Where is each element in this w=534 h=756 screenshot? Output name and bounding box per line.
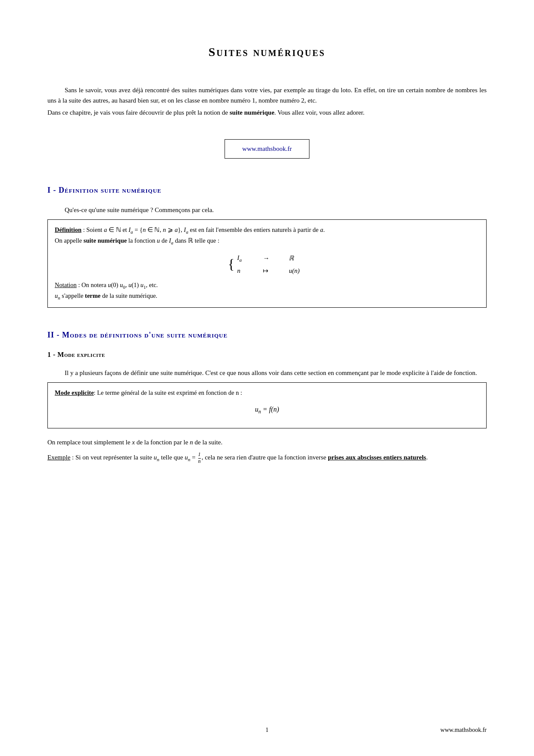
example-para: Exemple : Si on veut représenter la suit… xyxy=(47,452,487,464)
fraction-1n: 1n xyxy=(198,452,201,464)
section2-heading: II - Modes de définitions d'une suite nu… xyxy=(47,329,487,341)
mode-text: Mode explicite: Le terme général de la s… xyxy=(55,388,479,398)
section1-intro: Qu'es-ce qu'une suite numérique ? Commen… xyxy=(47,205,487,215)
line2-mapsto: ↦ xyxy=(263,266,280,276)
subsection1-heading: 1 - Mode explicite xyxy=(47,350,487,360)
section2: II - Modes de définitions d'une suite nu… xyxy=(47,329,487,464)
subsection1-body: Il y a plusieurs façons de définir une s… xyxy=(47,368,487,378)
mode-box: Mode explicite: Le terme général de la s… xyxy=(47,382,487,429)
system-lines: Ia → ℝ n ↦ u(n) xyxy=(237,253,306,276)
line1-arrow: → xyxy=(263,253,280,263)
system-line-1: Ia → ℝ xyxy=(237,253,306,264)
intro-block: Sans le savoir, vous avez déjà rencontré… xyxy=(47,85,487,118)
intro-para2: Dans ce chapitre, je vais vous faire déc… xyxy=(47,107,487,118)
line1-left: Ia xyxy=(237,253,254,264)
example-label: Exemple xyxy=(47,454,70,461)
notation-label: Notation xyxy=(55,281,77,288)
definition-box: Définition : Soient a ∈ ℕ et Ia = {n ∈ ℕ… xyxy=(47,219,487,308)
brace-system: { Ia → ℝ n ↦ u(n) xyxy=(228,253,306,276)
intro-para1: Sans le savoir, vous avez déjà rencontré… xyxy=(47,85,487,106)
url-box-wrapper: www.mathsbook.fr xyxy=(47,139,487,159)
subsection1-body2: On remplace tout simplement le x de la f… xyxy=(47,437,487,447)
page: Suites numériques Sans le savoir, vous a… xyxy=(0,0,534,756)
line2-right: u(n) xyxy=(289,266,306,276)
notation-text: Notation : On notera u(0) u0, u(1) u1, e… xyxy=(55,280,479,302)
def-title: Définition xyxy=(55,226,81,233)
left-brace: { xyxy=(228,257,234,271)
url-box[interactable]: www.mathsbook.fr xyxy=(225,139,309,159)
mode-formula: un = f(n) xyxy=(55,404,479,416)
page-title: Suites numériques xyxy=(47,43,487,61)
page-number: 1 xyxy=(265,725,269,734)
formula-text: un = f(n) xyxy=(255,404,279,416)
page-footer: 1 www.mathsbook.fr xyxy=(47,725,487,734)
system-line-2: n ↦ u(n) xyxy=(237,266,306,276)
section1: I - Définition suite numérique Qu'es-ce … xyxy=(47,184,487,308)
footer-url: www.mathsbook.fr xyxy=(440,725,487,734)
line1-right: ℝ xyxy=(289,253,306,263)
def-text: Définition : Soient a ∈ ℕ et Ia = {n ∈ ℕ… xyxy=(55,225,479,247)
math-display-brace: { Ia → ℝ n ↦ u(n) xyxy=(55,253,479,276)
subsection1: 1 - Mode explicite Il y a plusieurs faço… xyxy=(47,350,487,464)
mode-title: Mode explicite xyxy=(55,389,94,396)
line2-left: n xyxy=(237,266,254,276)
section1-heading: I - Définition suite numérique xyxy=(47,184,487,196)
